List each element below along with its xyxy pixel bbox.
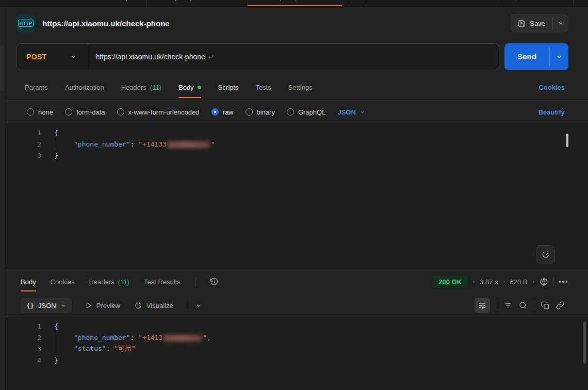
headers-count: (11): [150, 84, 161, 91]
mode-none[interactable]: none: [27, 108, 53, 116]
tab-label: https://api.xiaomu.uk/c: [273, 0, 335, 1]
url-builder-row: POST https://api.xiaomu.uk/check-phone↵ …: [5, 39, 588, 74]
wand-sparkle-icon: [541, 250, 550, 259]
code-line: 1 {: [5, 127, 588, 138]
collapsed-sidebar-rail[interactable]: [0, 7, 5, 390]
chevron-down-icon[interactable]: [195, 302, 202, 309]
cookies-link[interactable]: Cookies: [538, 74, 565, 101]
tab-label: Untitled Request: [93, 0, 139, 1]
tab-scripts[interactable]: Scripts: [218, 74, 239, 101]
url-box: POST https://api.xiaomu.uk/check-phone↵: [17, 43, 499, 70]
code-line: 4 }: [5, 354, 588, 366]
request-title-row: → HTTP ← https://api.xiaomu.uk/check-pho…: [5, 7, 588, 39]
code-line: 2 "phone_number": "+1413",: [5, 332, 588, 343]
chevron-down-icon: [360, 109, 365, 115]
postbot-button[interactable]: [536, 245, 555, 264]
response-format-dropdown[interactable]: {} JSON: [21, 298, 72, 313]
divider: [553, 277, 554, 286]
line-number: 1: [5, 322, 41, 330]
dot-separator: [533, 281, 534, 283]
status-badge[interactable]: 200 OK: [432, 275, 468, 288]
response-body-viewer[interactable]: 1 { 2 "phone_number": "+1413", 3 "status…: [5, 317, 588, 390]
method-badge-get: GET: [78, 0, 89, 1]
mode-urlencoded[interactable]: x-www-form-urlencoded: [117, 108, 200, 116]
text-wrap-icon[interactable]: [475, 298, 490, 313]
mode-graphql[interactable]: GraphQL: [287, 108, 325, 116]
redaction-blur: [168, 141, 210, 148]
line-number: 2: [5, 140, 41, 148]
send-button-group: Send: [504, 43, 568, 70]
line-number: 2: [5, 334, 41, 342]
response-time[interactable]: 3.87 s: [480, 278, 498, 286]
search-icon[interactable]: [519, 301, 527, 310]
chevron-down-icon: [60, 303, 66, 308]
save-button-group: Save: [511, 14, 568, 32]
response-tab-cookies[interactable]: Cookies: [51, 269, 75, 294]
body-modified-dot: [198, 86, 201, 89]
globe-icon[interactable]: [540, 278, 548, 286]
divider: [187, 301, 187, 310]
radio-icon: [246, 108, 253, 116]
save-button[interactable]: Save: [511, 14, 552, 32]
copy-icon[interactable]: [541, 301, 549, 310]
mode-raw[interactable]: raw: [211, 108, 234, 116]
tab-settings[interactable]: Settings: [288, 74, 313, 101]
headers-count: (11): [118, 278, 129, 286]
history-clock-icon[interactable]: [210, 278, 219, 286]
response-size[interactable]: 620 B: [510, 278, 528, 286]
url-input[interactable]: https://api.xiaomu.uk/check-phone↵: [88, 53, 214, 61]
search-icon: [510, 0, 516, 1]
divider: [534, 301, 534, 310]
save-options-button[interactable]: [553, 14, 568, 32]
line-number: 4: [5, 356, 41, 364]
language-dropdown[interactable]: JSON: [337, 108, 365, 116]
send-options-button[interactable]: [550, 43, 568, 70]
tab-params[interactable]: Params: [25, 74, 48, 101]
send-button[interactable]: Send: [504, 43, 549, 70]
editor-scrollbar[interactable]: [566, 134, 568, 147]
preview-button[interactable]: Preview: [85, 302, 120, 310]
save-label: Save: [530, 20, 545, 27]
response-tab-headers[interactable]: Headers (11): [89, 269, 129, 294]
code-line: 3 "status": "可用": [5, 343, 588, 354]
filter-icon[interactable]: [504, 301, 512, 310]
radio-icon: [27, 108, 34, 116]
request-tab-apiint[interactable]: GET https://apiint.domain.uk/ex: [146, 0, 248, 7]
request-title: https://api.xiaomu.uk/check-phone: [42, 19, 170, 28]
response-tab-test-results[interactable]: Test Results: [144, 269, 181, 294]
mode-form-data[interactable]: form-data: [65, 108, 105, 116]
response-tab-body[interactable]: Body: [21, 269, 36, 294]
request-tab-untitled[interactable]: GET Untitled Request: [71, 0, 146, 7]
response-toolbar: {} JSON Preview Visualize: [5, 294, 588, 317]
code-line: 1 {: [5, 320, 588, 332]
request-body-editor[interactable]: 1 { 2 "phone_number": "+14133" 3 }: [5, 123, 588, 269]
tab-headers[interactable]: Headers (11): [121, 74, 161, 101]
tab-tests[interactable]: Tests: [255, 74, 271, 101]
response-scrollbar[interactable]: [583, 321, 586, 364]
link-icon[interactable]: [556, 301, 564, 310]
body-mode-row: none form-data x-www-form-urlencoded raw…: [5, 101, 588, 123]
mode-binary[interactable]: binary: [246, 108, 275, 116]
line-number: 3: [5, 345, 41, 353]
request-tab-active[interactable]: POST https://api.xiaomu.uk/c: [248, 0, 342, 7]
redaction-blur: [164, 335, 202, 342]
chevron-down-icon: [558, 20, 564, 26]
beautify-link[interactable]: Beautify: [538, 108, 565, 116]
line-number: 3: [5, 152, 41, 159]
response-tab-bar: Body Cookies Headers (11) Test Results 2…: [5, 269, 588, 294]
more-options-icon[interactable]: [559, 281, 568, 283]
environment-selector[interactable]: No Environment: [501, 0, 574, 7]
divider: [497, 301, 497, 310]
chevron-down-icon: [70, 54, 76, 60]
method-label: POST: [26, 53, 46, 61]
code-line: 2 "phone_number": "+14133": [5, 138, 588, 150]
tab-authorization[interactable]: Authorization: [65, 74, 104, 101]
new-tab-button[interactable]: +: [349, 0, 366, 7]
chevron-down-icon: [556, 54, 562, 60]
line-number: 1: [5, 129, 41, 137]
visualize-button[interactable]: Visualize: [134, 301, 173, 310]
play-icon: [85, 302, 92, 309]
tab-body[interactable]: Body: [178, 74, 201, 101]
method-dropdown[interactable]: POST: [17, 53, 88, 61]
radio-checked-icon: [211, 108, 219, 116]
